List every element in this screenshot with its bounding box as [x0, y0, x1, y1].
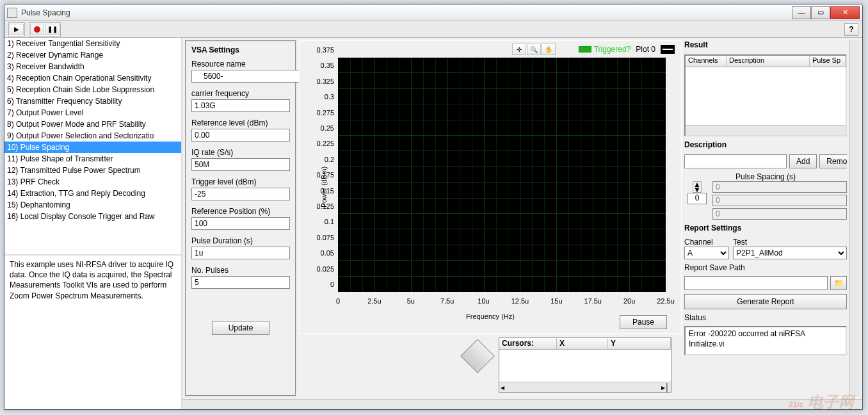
pulse-spacing-index[interactable]: 0: [687, 193, 707, 204]
cursor-scrollbar[interactable]: ◂▸│: [499, 382, 671, 392]
close-button[interactable]: ✕: [830, 6, 860, 19]
result-table[interactable]: Channels Description Pulse Sp: [684, 54, 847, 136]
pulse-spacing-value[interactable]: [712, 208, 847, 220]
trigger-level-label: Trigger level (dBm): [191, 177, 290, 186]
browse-button[interactable]: 📁: [830, 276, 847, 290]
test-list-item[interactable]: 15) Dephantoming: [4, 199, 181, 211]
test-list[interactable]: 1) Receiver Tangential Sensitivity2) Rec…: [4, 38, 181, 256]
cursor-col-x: X: [557, 338, 608, 349]
pan-diamond-icon[interactable]: [460, 339, 495, 373]
test-list-item[interactable]: 3) Receiver Bandwidth: [4, 61, 181, 72]
report-path-input[interactable]: [684, 276, 828, 290]
test-list-item[interactable]: 7) Output Power Level: [4, 107, 181, 118]
no-pulses-label: No. Pulses: [191, 266, 290, 275]
pulse-spacing-spinner[interactable]: ▲▼: [693, 181, 702, 193]
pulse-dur-label: Pulse Duration (s): [191, 236, 290, 245]
pulse-spacing-values: [712, 181, 847, 220]
generate-report-button[interactable]: Generate Report: [684, 294, 847, 309]
test-list-item[interactable]: 6) Transmitter Frequency Stability: [4, 95, 181, 107]
test-list-item[interactable]: 13) PRF Check: [4, 176, 181, 188]
cursor-col-y: Y: [608, 338, 671, 349]
result-col-desc: Description: [727, 56, 810, 67]
cursor-table[interactable]: Cursors: X Y ◂▸│: [499, 338, 671, 393]
folder-icon: 📁: [834, 279, 844, 288]
vsa-settings-panel: VSA Settings Resource name ▼ carrier fre…: [185, 40, 296, 396]
x-axis: 02.5u5u7.5u10u12.5u15u17.5u20u22.5u: [338, 296, 666, 309]
test-list-item[interactable]: 16) Local Display Console Trigger and Ra…: [4, 211, 181, 222]
test-list-item[interactable]: 10) Pulse Spacing: [4, 142, 181, 153]
result-col-ps: Pulse Sp: [810, 56, 846, 67]
test-list-item[interactable]: 12) Transmitted Pulse Power Spectrum: [4, 165, 181, 176]
pulse-spacing-value[interactable]: [712, 181, 847, 193]
pulse-spacing-value[interactable]: [712, 195, 847, 206]
ref-level-input[interactable]: [191, 129, 290, 142]
test-list-item[interactable]: 11) Pulse Shape of Transmitter: [4, 153, 181, 165]
test-list-item[interactable]: 4) Reception Chain Operational Sensitivi…: [4, 72, 181, 84]
main-hscroll[interactable]: [182, 399, 862, 409]
window-title: Pulse Spacing: [21, 8, 792, 17]
channel-select[interactable]: A: [684, 247, 729, 259]
x-axis-label: Frequency (Hz): [466, 313, 515, 320]
help-button[interactable]: ?: [844, 23, 858, 36]
status-label: Status: [684, 313, 847, 322]
triggered-led-icon: [579, 46, 591, 53]
no-pulses-input[interactable]: [191, 276, 290, 289]
pause-toolbar-button[interactable]: ❚❚: [45, 24, 60, 35]
test-list-item[interactable]: 8) Output Power Mode and PRF Stability: [4, 118, 181, 130]
carrier-input[interactable]: [191, 99, 290, 112]
crosshair-tool-icon[interactable]: ✛: [512, 44, 526, 55]
resource-name-input[interactable]: [191, 70, 303, 83]
description-input[interactable]: [684, 154, 787, 168]
y-axis: 00.0250.050.0750.10.1250.150.1750.20.225…: [300, 58, 337, 292]
main-window: Pulse Spacing — ▭ ✕ ▶ ❚❚ ? 1) Receiver T…: [4, 4, 863, 410]
ref-pos-label: Reference Position (%): [191, 207, 290, 216]
run-button[interactable]: ▶: [10, 24, 24, 35]
plot-area[interactable]: [338, 58, 666, 292]
titlebar[interactable]: Pulse Spacing — ▭ ✕: [4, 4, 862, 21]
test-list-item[interactable]: 5) Reception Chain Side Lobe Suppression: [4, 84, 181, 95]
carrier-label: carrier frequency: [191, 89, 290, 98]
test-select[interactable]: P2P1_AllMod: [733, 247, 847, 259]
result-col-channels: Channels: [686, 56, 727, 67]
channel-label: Channel: [684, 238, 729, 247]
pan-tool-icon[interactable]: ✋: [542, 44, 556, 55]
main-vscroll[interactable]: [849, 40, 860, 396]
plot-canvas[interactable]: [338, 58, 666, 292]
triggered-label: Triggered?: [594, 45, 631, 54]
right-panel: Result Channels Description Pulse Sp Des…: [684, 40, 847, 396]
plot-panel: ✛ 🔍 ✋ Triggered? Plot 0 Power (dBm) 00.0…: [299, 40, 682, 334]
result-scrollbar[interactable]: [686, 125, 846, 135]
remove-button[interactable]: Remove: [819, 154, 847, 168]
test-list-item[interactable]: 1) Receiver Tangential Sensitivity: [4, 38, 181, 49]
ref-level-label: Reference level (dBm): [191, 118, 290, 127]
pulse-dur-input[interactable]: [191, 247, 290, 259]
result-heading: Result: [684, 40, 847, 49]
toolbar: ▶ ❚❚ ?: [4, 21, 862, 38]
iq-rate-input[interactable]: [191, 158, 290, 171]
vsa-heading: VSA Settings: [191, 45, 290, 54]
zoom-tool-icon[interactable]: 🔍: [527, 44, 541, 55]
add-button[interactable]: Add: [789, 154, 817, 168]
app-icon: [7, 8, 17, 18]
update-button[interactable]: Update: [212, 321, 269, 335]
test-list-item[interactable]: 9) Output Power Selection and Sectorizat…: [4, 130, 181, 142]
test-list-item[interactable]: 2) Receiver Dynamic Range: [4, 49, 181, 61]
ref-pos-input[interactable]: [191, 217, 290, 230]
report-heading: Report Settings: [684, 224, 847, 232]
test-description: This example uses NI-RFSA driver to acqu…: [4, 256, 181, 409]
iq-rate-label: IQ rate (S/s): [191, 148, 290, 157]
pulse-spacing-label: Pulse Spacing (s): [684, 172, 847, 181]
path-label: Report Save Path: [684, 263, 847, 272]
plot0-line-icon: [661, 45, 675, 54]
cursor-col-name: Cursors:: [499, 338, 557, 349]
maximize-button[interactable]: ▭: [811, 6, 830, 19]
plot0-label: Plot 0: [636, 45, 655, 54]
trigger-level-input[interactable]: [191, 188, 290, 200]
minimize-button[interactable]: —: [792, 6, 811, 19]
record-button[interactable]: [30, 24, 44, 35]
desc-label: Description: [684, 140, 847, 149]
test-list-item[interactable]: 14) Extraction, TTG and Reply Decoding: [4, 188, 181, 199]
status-box: Error -200220 occurred at niRFSA Initial…: [684, 326, 847, 355]
sidebar: 1) Receiver Tangential Sensitivity2) Rec…: [4, 38, 182, 409]
pause-button[interactable]: Pause: [620, 315, 667, 329]
